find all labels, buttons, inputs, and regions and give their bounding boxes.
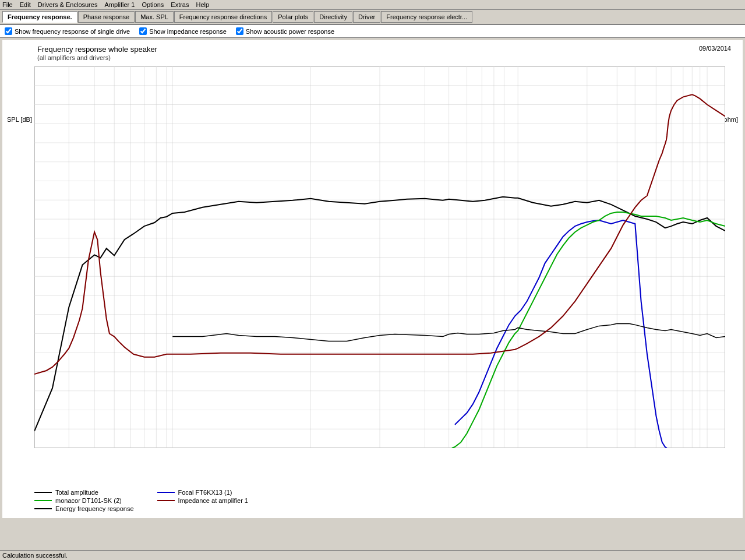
tab-directivity[interactable]: Directivity <box>314 11 352 23</box>
legend-line-focal <box>157 492 175 493</box>
chart-title: Frequency response whole speaker <box>37 45 157 54</box>
tab-frequency-response[interactable]: Frequency response. <box>2 11 77 23</box>
status-text: Calculation successful. <box>2 552 68 559</box>
chart-subtitle: (all amplifiers and drivers) <box>37 54 111 61</box>
legend-line-energy <box>34 508 52 509</box>
legend-label-monacor: monacor DT101-SK (2) <box>55 497 122 504</box>
legend-focal: Focal FT6KX13 (1) <box>157 489 257 496</box>
checkbox-impedance[interactable] <box>139 27 147 35</box>
legend-label-focal: Focal FT6KX13 (1) <box>178 489 232 496</box>
menu-edit[interactable]: Edit <box>20 1 31 8</box>
legend-label-energy: Energy frequency response <box>55 505 134 512</box>
legend-impedance: Impedance at amplifier 1 <box>157 497 257 504</box>
grid-lines <box>34 66 725 448</box>
menu-amplifier[interactable]: Amplifier 1 <box>104 1 135 8</box>
tab-max-spl[interactable]: Max. SPL <box>135 11 174 23</box>
legend-line-impedance <box>157 500 175 501</box>
chart-svg: 98 96 94 92 90 88 86 84 82 80 78 76 74 7… <box>34 66 725 448</box>
tab-phase-response[interactable]: Phase response <box>78 11 135 23</box>
chart-area: Frequency response whole speaker (all am… <box>2 40 743 518</box>
checkbox-acoustic[interactable] <box>236 27 243 35</box>
menu-options[interactable]: Options <box>142 1 164 8</box>
legend-energy: Energy frequency response <box>34 505 134 512</box>
menu-drivers[interactable]: Drivers & Enclosures <box>38 1 98 8</box>
checkbox-bar: Show frequency response of single drive … <box>0 25 745 38</box>
tab-freq-electr[interactable]: Frequency response electr... <box>381 11 472 23</box>
checkbox-acoustic-label[interactable]: Show acoustic power response <box>236 27 334 35</box>
menu-extras[interactable]: Extras <box>171 1 189 8</box>
checkbox-impedance-label[interactable]: Show impedance response <box>139 27 227 35</box>
legend-label-impedance: Impedance at amplifier 1 <box>178 497 248 504</box>
tab-freq-directions[interactable]: Frequency response directions <box>174 11 272 23</box>
checkbox-single-drive[interactable] <box>5 27 12 35</box>
y-axis-left-label: SPL [dB] <box>7 116 32 123</box>
legend-line-total <box>34 492 52 493</box>
status-bar: Calculation successful. <box>0 550 745 560</box>
menu-bar: File Edit Drivers & Enclosures Amplifier… <box>0 0 745 10</box>
checkbox-single-drive-label[interactable]: Show frequency response of single drive <box>5 27 130 35</box>
legend-monacor: monacor DT101-SK (2) <box>34 497 134 504</box>
legend-label-total: Total amplitude <box>55 489 98 496</box>
checkbox-single-drive-text: Show frequency response of single drive <box>15 28 130 35</box>
legend-total-amplitude: Total amplitude <box>34 489 134 496</box>
tab-polar-plots[interactable]: Polar plots <box>273 11 313 23</box>
checkbox-acoustic-text: Show acoustic power response <box>246 28 334 35</box>
menu-file[interactable]: File <box>2 1 13 8</box>
menu-help[interactable]: Help <box>196 1 209 8</box>
chart-date: 09/03/2014 <box>699 45 731 52</box>
chart-svg-container: 98 96 94 92 90 88 86 84 82 80 78 76 74 7… <box>34 66 725 448</box>
checkbox-impedance-text: Show impedance response <box>149 28 227 35</box>
tab-driver[interactable]: Driver <box>353 11 380 23</box>
chart-legend: Total amplitude Focal FT6KX13 (1) monaco… <box>34 489 256 512</box>
tab-bar: Frequency response. Phase response Max. … <box>0 10 745 25</box>
legend-line-monacor <box>34 500 52 501</box>
